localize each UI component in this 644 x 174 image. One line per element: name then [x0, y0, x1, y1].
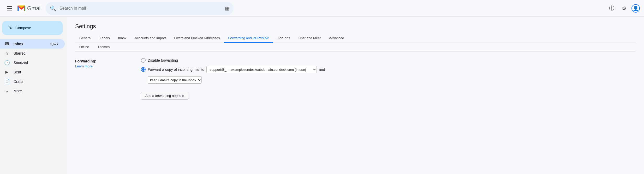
star-icon: ☆: [4, 50, 9, 56]
tab-accounts-import[interactable]: Accounts and Import: [130, 34, 170, 43]
settings-tabs-row2: Offline Themes: [75, 43, 636, 52]
sidebar-label-more: More: [14, 89, 58, 93]
inbox-count: 1,627: [50, 42, 58, 46]
layout: ✎ Compose ✉ Inbox 1,627 ☆ Starred 🕐 Snoo…: [0, 17, 644, 174]
top-bar-right: ⓘ ⚙ 👤: [606, 3, 640, 14]
forwarding-row: Forwarding: Learn more Disable forwardin…: [75, 58, 636, 100]
tab-inbox[interactable]: Inbox: [114, 34, 131, 43]
settings-content: Forwarding: Learn more Disable forwardin…: [75, 52, 636, 106]
sidebar-item-starred[interactable]: ☆ Starred: [0, 49, 65, 58]
sidebar-label-sent: Sent: [14, 70, 58, 74]
settings-tabs-row1: General Labels Inbox Accounts and Import…: [75, 34, 636, 43]
draft-icon: 📄: [4, 79, 9, 84]
tab-forwarding-pop-imap[interactable]: Forwarding and POP/IMAP: [224, 34, 273, 43]
sidebar-item-more[interactable]: ⌄ More: [0, 86, 65, 96]
question-icon[interactable]: ⓘ: [606, 3, 617, 14]
sidebar: ✎ Compose ✉ Inbox 1,627 ☆ Starred 🕐 Snoo…: [0, 17, 67, 174]
disable-forwarding-radio[interactable]: [141, 58, 146, 63]
avatar[interactable]: 👤: [631, 4, 640, 13]
top-bar: Gmail 🔍 ▦ ⓘ ⚙ 👤: [0, 0, 644, 17]
sidebar-label-starred: Starred: [14, 51, 58, 55]
sidebar-label-drafts: Drafts: [14, 79, 58, 84]
main-content: Settings General Labels Inbox Accounts a…: [67, 17, 644, 174]
tab-advanced[interactable]: Advanced: [325, 34, 348, 43]
pencil-icon: ✎: [8, 25, 12, 31]
tab-labels[interactable]: Labels: [96, 34, 114, 43]
tab-add-ons[interactable]: Add-ons: [273, 34, 294, 43]
search-bar[interactable]: 🔍 ▦: [46, 2, 234, 15]
tab-offline[interactable]: Offline: [75, 43, 93, 52]
tab-general[interactable]: General: [75, 34, 96, 43]
clock-icon: 🕐: [4, 60, 9, 66]
disable-forwarding-label: Disable forwarding: [148, 58, 178, 62]
compose-button[interactable]: ✎ Compose: [2, 21, 63, 35]
gmail-label: Gmail: [27, 5, 41, 12]
sidebar-item-snoozed[interactable]: 🕐 Snoozed: [0, 58, 65, 67]
forward-email-select[interactable]: support@_ …examplezendesksubdomain.zende…: [206, 66, 317, 73]
tab-filters-blocked[interactable]: Filters and Blocked Addresses: [170, 34, 224, 43]
filter-icon[interactable]: ▦: [225, 5, 229, 11]
page-title: Settings: [75, 17, 636, 34]
search-icon: 🔍: [50, 5, 56, 11]
forwarding-label-col: Forwarding: Learn more: [75, 58, 133, 100]
forward-copy-radio[interactable]: [141, 67, 146, 72]
sidebar-label-inbox: Inbox: [14, 42, 46, 46]
inbox-icon: ✉: [4, 41, 9, 47]
settings-icon[interactable]: ⚙: [619, 3, 629, 14]
forwarding-label: Forwarding:: [75, 59, 96, 63]
send-icon: ►: [4, 69, 9, 75]
tab-themes[interactable]: Themes: [93, 43, 114, 52]
keep-copy-row: keep Gmail's copy in the Inbox mark Gmai…: [148, 76, 636, 84]
and-text: and: [319, 67, 325, 72]
forward-options: support@_ …examplezendesksubdomain.zende…: [206, 66, 325, 73]
sidebar-label-snoozed: Snoozed: [14, 61, 58, 65]
forward-copy-row: Forward a copy of incoming mail to suppo…: [141, 66, 636, 73]
sidebar-item-inbox[interactable]: ✉ Inbox 1,627: [0, 39, 65, 49]
forwarding-controls: Disable forwarding Forward a copy of inc…: [141, 58, 636, 100]
add-forwarding-button[interactable]: Add a forwarding address: [141, 92, 188, 100]
learn-more-link[interactable]: Learn more: [75, 64, 133, 68]
search-input[interactable]: [59, 6, 222, 11]
disable-forwarding-row: Disable forwarding: [141, 58, 636, 63]
sidebar-item-sent[interactable]: ► Sent: [0, 67, 65, 77]
gmail-logo: Gmail: [17, 4, 41, 13]
tab-chat-meet[interactable]: Chat and Meet: [294, 34, 325, 43]
chevron-down-icon: ⌄: [4, 88, 9, 94]
hamburger-icon[interactable]: [4, 3, 15, 14]
gmail-m-icon: [17, 4, 26, 13]
forward-copy-label: Forward a copy of incoming mail to: [148, 67, 204, 72]
sidebar-item-drafts[interactable]: 📄 Drafts: [0, 77, 65, 86]
keep-copy-select[interactable]: keep Gmail's copy in the Inbox mark Gmai…: [148, 76, 202, 84]
compose-label: Compose: [15, 26, 31, 30]
